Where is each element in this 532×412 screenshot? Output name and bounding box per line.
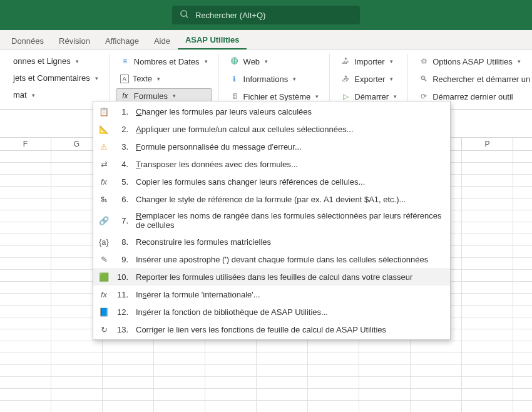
grid-cell[interactable] [154, 341, 205, 353]
column-header[interactable]: F [0, 138, 51, 150]
grid-cell[interactable] [0, 353, 51, 364]
grid-cell[interactable] [0, 151, 51, 162]
objects-comments-button[interactable]: jets et Commentaires▾ [9, 71, 103, 85]
columns-rows-button[interactable]: onnes et Lignes▾ [9, 54, 103, 68]
grid-cell[interactable] [359, 401, 411, 412]
numbers-dates-button[interactable]: ≡Nombres et Dates▾ [116, 54, 212, 69]
grid-cell[interactable] [257, 401, 308, 412]
grid-cell[interactable] [154, 401, 205, 412]
grid-cell[interactable] [205, 377, 257, 388]
grid-cell[interactable] [0, 401, 51, 412]
grid-cell[interactable] [103, 401, 154, 412]
grid-cell[interactable] [411, 401, 462, 412]
grid-cell[interactable] [462, 365, 513, 376]
menu-item-6[interactable]: $₁6.Changer le style de référence de la … [93, 190, 450, 208]
grid-cell[interactable] [205, 365, 257, 376]
search-start-utility-button[interactable]: 🔍︎Rechercher et démarrer un utilitaire [414, 71, 532, 86]
grid-cell[interactable] [0, 163, 51, 174]
grid-cell[interactable] [462, 163, 513, 174]
menu-item-13[interactable]: ↻13.Corriger le lien vers les fonctions … [93, 321, 450, 338]
grid-cell[interactable] [462, 282, 513, 293]
grid-cell[interactable] [308, 377, 359, 388]
grid-cell[interactable] [0, 317, 51, 329]
menu-item-10[interactable]: 🟩10.Reporter les formules utilisées dans… [93, 268, 450, 286]
grid-cell[interactable] [462, 270, 513, 281]
grid-cell[interactable] [205, 353, 257, 364]
grid-cell[interactable] [205, 389, 257, 400]
menu-item-8[interactable]: {a}8.Reconstruire les formules matriciel… [93, 233, 450, 250]
grid-cell[interactable] [154, 365, 205, 376]
grid-cell[interactable] [359, 377, 411, 388]
grid-cell[interactable] [257, 353, 308, 364]
grid-cell[interactable] [0, 306, 51, 317]
tab-asap-utilities[interactable]: ASAP Utilities [178, 31, 247, 49]
grid-cell[interactable] [51, 365, 103, 376]
grid-cell[interactable] [51, 389, 103, 400]
grid-cell[interactable] [103, 341, 154, 353]
grid-cell[interactable] [411, 377, 462, 388]
information-button[interactable]: ℹInformations▾ [225, 71, 324, 86]
grid-cell[interactable] [0, 389, 51, 400]
menu-item-12[interactable]: 📘12.Insérer la fonction de bibliothèque … [93, 303, 450, 321]
format-button[interactable]: mat▾ [9, 88, 103, 102]
grid-cell[interactable] [462, 401, 513, 412]
tab-data[interactable]: Données [4, 33, 51, 49]
grid-cell[interactable] [205, 401, 257, 412]
export-button[interactable]: 📤︎Exporter▾ [336, 71, 401, 86]
grid-cell[interactable] [257, 377, 308, 388]
grid-cell[interactable] [0, 329, 51, 341]
grid-cell[interactable] [462, 317, 513, 329]
grid-cell[interactable] [0, 365, 51, 376]
grid-cell[interactable] [51, 377, 103, 388]
grid-cell[interactable] [0, 175, 51, 186]
grid-cell[interactable] [462, 377, 513, 388]
menu-item-9[interactable]: ✎9.Insérer une apostrophe (') devant cha… [93, 250, 450, 268]
grid-cell[interactable] [51, 353, 103, 364]
grid-cell[interactable] [0, 222, 51, 234]
text-button[interactable]: ATexte▾ [116, 71, 212, 86]
menu-item-2[interactable]: 📐2.Appliquer une formule/un calcul aux c… [93, 120, 450, 138]
grid-cell[interactable] [411, 341, 462, 353]
search-box[interactable]: Rechercher (Alt+Q) [172, 6, 360, 24]
grid-cell[interactable] [308, 401, 359, 412]
grid-cell[interactable] [462, 187, 513, 198]
grid-cell[interactable] [0, 341, 51, 353]
grid-cell[interactable] [51, 341, 103, 353]
grid-cell[interactable] [359, 389, 411, 400]
tab-review[interactable]: Révision [51, 33, 98, 49]
grid-cell[interactable] [462, 329, 513, 341]
grid-cell[interactable] [154, 389, 205, 400]
grid-cell[interactable] [359, 341, 411, 353]
grid-cell[interactable] [0, 246, 51, 257]
grid-cell[interactable] [103, 389, 154, 400]
grid-cell[interactable] [462, 198, 513, 210]
grid-cell[interactable] [359, 353, 411, 364]
grid-cell[interactable] [411, 365, 462, 376]
grid-cell[interactable] [462, 341, 513, 353]
grid-cell[interactable] [103, 365, 154, 376]
tab-help[interactable]: Aide [146, 33, 178, 49]
grid-cell[interactable] [359, 365, 411, 376]
column-header[interactable]: P [462, 138, 513, 150]
grid-cell[interactable] [51, 401, 103, 412]
import-button[interactable]: 📥︎Importer▾ [336, 54, 401, 69]
grid-cell[interactable] [0, 187, 51, 198]
grid-cell[interactable] [0, 234, 51, 245]
grid-cell[interactable] [462, 353, 513, 364]
grid-cell[interactable] [411, 353, 462, 364]
grid-cell[interactable] [462, 258, 513, 269]
menu-item-4[interactable]: ⇄4.Transposer les données avec des formu… [93, 155, 450, 173]
grid-cell[interactable] [462, 306, 513, 317]
grid-cell[interactable] [308, 353, 359, 364]
web-button[interactable]: 🌐︎Web▾ [225, 54, 324, 69]
grid-cell[interactable] [103, 377, 154, 388]
grid-cell[interactable] [462, 151, 513, 162]
asap-options-button[interactable]: ⚙︎Options ASAP Utilities▾ [414, 54, 532, 69]
menu-item-7[interactable]: 🔗7.Remplacer les noms de rangée dans les… [93, 208, 450, 233]
grid-cell[interactable] [462, 222, 513, 234]
grid-cell[interactable] [308, 341, 359, 353]
menu-item-11[interactable]: fx11.Insérer la formule 'internationale'… [93, 286, 450, 303]
grid-cell[interactable] [257, 341, 308, 353]
grid-cell[interactable] [0, 210, 51, 222]
grid-cell[interactable] [0, 270, 51, 281]
